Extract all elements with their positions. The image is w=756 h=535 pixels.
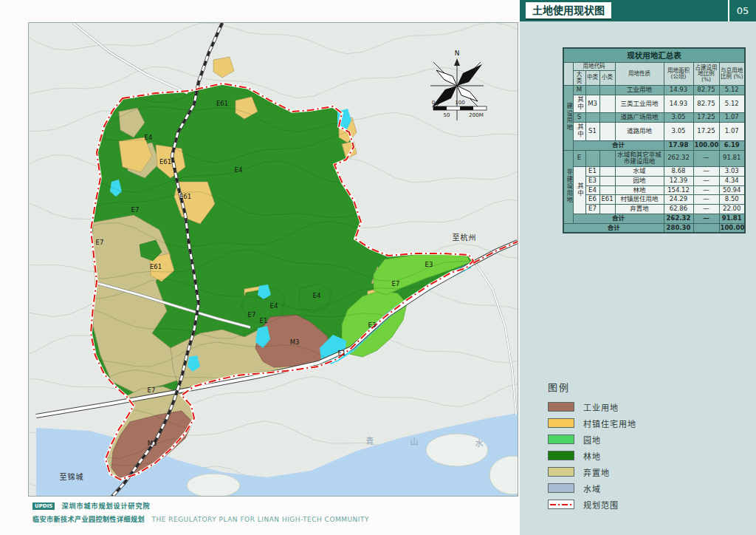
- map-zone-label: E7: [96, 239, 104, 246]
- legend-label: 工业用地: [583, 401, 619, 413]
- table-cell: 其中: [573, 123, 585, 141]
- scale-tick: 50: [444, 112, 450, 118]
- table-cell: 8.68: [664, 167, 693, 177]
- table-cell: 17.98: [664, 140, 693, 150]
- legend-label: 弃置地: [583, 466, 610, 478]
- page: N 0 100 50 200M E4E4E4E4: [0, 0, 756, 535]
- table-cell: 24.29: [664, 195, 693, 205]
- table-cell: 91.81: [719, 214, 745, 223]
- table-cell: [599, 113, 615, 123]
- table-cell: [693, 223, 719, 233]
- color-swatch: [548, 451, 574, 460]
- table-cell: 合计: [563, 223, 664, 233]
- table-cell: 工业用地: [615, 85, 664, 95]
- scale-tick: 100: [455, 100, 464, 106]
- table-cell: 合计: [573, 140, 664, 150]
- table-cell: 17.25: [693, 123, 719, 141]
- table-cell: 22.00: [719, 205, 745, 214]
- table-cell: —: [693, 176, 719, 185]
- table-cell: 非建设用地: [563, 150, 573, 223]
- table-cell: E61: [599, 195, 615, 205]
- map-zone-label: E61: [150, 263, 162, 270]
- land-use-map: N 0 100 50 200M E4E4E4E4: [29, 23, 518, 496]
- page-number: 05: [729, 0, 756, 21]
- legend-label: 林地: [583, 450, 601, 462]
- table-cell: [599, 167, 615, 177]
- legend-item: 工业用地: [548, 401, 710, 412]
- table-cell: 道路广场用地: [615, 113, 664, 123]
- table-cell: E1: [585, 167, 599, 177]
- water-name-char: 青: [366, 437, 374, 446]
- table-cell: 用地性质: [615, 63, 664, 86]
- table-row: 其中 E1 水域8.68 —3.03: [563, 167, 745, 177]
- table-cell: 弃置地: [615, 205, 664, 214]
- table-cell: 100.00: [719, 223, 745, 233]
- map-zone-label: E61: [216, 100, 228, 107]
- table-cell: 280.30: [664, 223, 693, 233]
- table-cell: 14.93: [664, 85, 693, 95]
- table-title: 现状用地汇总表: [563, 48, 745, 63]
- table-cell: 8.50: [719, 195, 745, 205]
- table-cell: —: [693, 214, 719, 223]
- map-zone-label: E7: [148, 386, 156, 394]
- table-cell: E3: [585, 176, 599, 185]
- map-zone-label: E3: [425, 261, 433, 268]
- table-cell: 水域和其它非城市建设用地: [615, 150, 664, 167]
- legend-item: 林地: [548, 450, 710, 461]
- table-cell: 1.07: [719, 123, 745, 141]
- water-name-char: 山: [410, 437, 419, 447]
- table-cell: 5.12: [719, 85, 745, 95]
- table-cell: 62.86: [664, 205, 693, 214]
- updis-badge: UPDIS: [32, 502, 55, 510]
- table-cell: [563, 63, 573, 86]
- table-row: 合计 262.32 —91.81: [563, 214, 745, 223]
- table-row: E7 弃置地62.86 —22.00: [563, 205, 745, 214]
- table-cell: [599, 185, 615, 195]
- institute-name: 深圳市城市规划设计研究院: [61, 502, 150, 510]
- legend-item: 园地: [548, 434, 710, 445]
- map-road-label: 至锦城: [60, 472, 84, 481]
- table-cell: [585, 113, 599, 123]
- table-row: E6E61 村镇居住用地24.29 —8.50: [563, 195, 745, 205]
- table-row: 建设用地 M 工业用地14.93 82.755.12: [563, 85, 745, 95]
- legend-label: 规划范围: [583, 499, 619, 511]
- table-cell: 水域: [615, 167, 664, 177]
- map-zone-label: E1: [260, 317, 268, 324]
- table-cell: 262.32: [664, 150, 693, 167]
- table-cell: —: [693, 185, 719, 195]
- table-cell: [599, 150, 615, 167]
- table-cell: 占建设用地比例 (%): [693, 63, 719, 86]
- table-cell: 12.39: [664, 176, 693, 185]
- table-cell: 100.00: [693, 140, 719, 150]
- table-cell: 用地面积 (公顷): [664, 63, 693, 86]
- table-cell: 大类: [573, 71, 585, 86]
- caption-block: UPDIS 深圳市城市规划设计研究院 临安市新技术产业园控制性详细规划 THE …: [32, 498, 490, 524]
- legend: 图例 工业用地村镇住宅用地园地林地弃置地水域规划范围: [548, 380, 710, 515]
- table-row: 其中 M3 三类工业用地14.93 82.755.12: [563, 95, 745, 113]
- table-cell: 3.05: [664, 113, 693, 123]
- table-row: 其中 S1 道路用地3.05 17.251.07: [563, 123, 745, 141]
- table-cell: 154.12: [664, 185, 693, 195]
- table-cell: [585, 150, 599, 167]
- table-cell: 用地代码: [573, 63, 615, 71]
- table-cell: 三类工业用地: [615, 95, 664, 113]
- map-zone-label: E7: [131, 206, 140, 214]
- table-cell: 6.19: [719, 140, 745, 150]
- map-road-label: 至杭州: [453, 233, 477, 242]
- table-cell: 262.32: [664, 214, 693, 223]
- table-row: 合计 17.98 100.006.19: [563, 140, 745, 150]
- map-zone-label: E7: [248, 311, 256, 318]
- table-cell: 其中: [573, 95, 585, 113]
- right-panel: 土地使用现状图 05 现状用地汇总表 用地代码 用地性质 用地面积 (公顷) 占…: [520, 0, 756, 535]
- plan-title-zh: 临安市新技术产业园控制性详细规划: [32, 516, 145, 523]
- table-cell: 村镇居住用地: [615, 195, 664, 205]
- table-cell: [599, 95, 615, 113]
- table-row: S 道路广场用地3.05 17.251.07: [563, 113, 745, 123]
- legend-item: 规划范围: [548, 499, 710, 510]
- table-cell: [599, 123, 615, 141]
- table-cell: M3: [585, 95, 599, 113]
- table-cell: 82.75: [693, 85, 719, 95]
- legend-item: 村镇住宅用地: [548, 418, 710, 429]
- map-zone-label: E61: [179, 193, 191, 200]
- table-row: 合计 280.30 100.00: [563, 223, 745, 233]
